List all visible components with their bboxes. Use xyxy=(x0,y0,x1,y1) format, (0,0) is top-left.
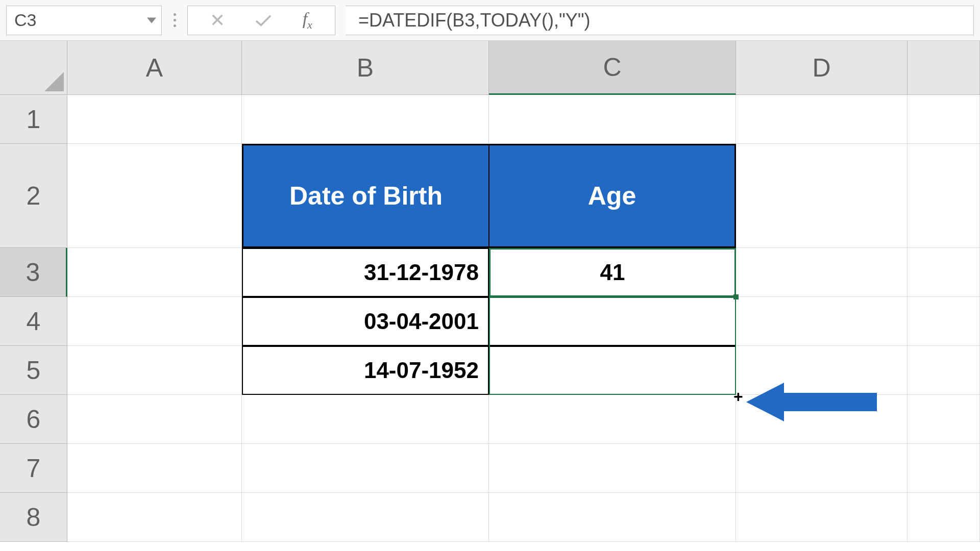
arrow-left-icon xyxy=(746,379,879,425)
cell-C8[interactable] xyxy=(489,493,736,542)
cell-A6[interactable] xyxy=(67,395,242,444)
cell-A4[interactable] xyxy=(67,297,242,346)
enter-button[interactable] xyxy=(254,8,273,33)
cell-C1[interactable] xyxy=(489,95,736,144)
formula-bar-container: C3 fx =DATEDIF(B3,TODAY(),"Y") xyxy=(0,0,980,41)
cells-area: Date of Birth Age 31-12-1978 41 03-04-20 xyxy=(67,95,980,542)
vertical-dots-icon xyxy=(174,13,176,27)
cell-B3[interactable]: 31-12-1978 xyxy=(242,248,489,297)
cell-E3[interactable] xyxy=(908,248,980,297)
grid-body: A B C D 1 2 3 4 5 6 7 8 xyxy=(0,41,980,551)
svg-marker-0 xyxy=(746,383,877,421)
formula-bar-divider xyxy=(162,13,187,27)
row-7 xyxy=(67,444,980,493)
cell-C4[interactable] xyxy=(489,297,736,346)
row-1 xyxy=(67,95,980,144)
cell-D4[interactable] xyxy=(736,297,908,346)
fill-cursor-icon: + xyxy=(733,388,743,405)
row-8 xyxy=(67,493,980,542)
row-header-5[interactable]: 5 xyxy=(0,346,67,395)
grid-area: 1 2 3 4 5 6 7 8 xyxy=(0,95,980,542)
cell-E8[interactable] xyxy=(908,493,980,542)
column-header-A[interactable]: A xyxy=(67,41,242,95)
cell-A7[interactable] xyxy=(67,444,242,493)
cell-B7[interactable] xyxy=(242,444,489,493)
name-box-dropdown-icon[interactable] xyxy=(147,17,156,23)
row-header-3[interactable]: 3 xyxy=(0,248,67,297)
column-header-B[interactable]: B xyxy=(242,41,489,95)
cell-B5[interactable]: 14-07-1952 xyxy=(242,346,489,395)
cell-D1[interactable] xyxy=(736,95,908,144)
formula-value: =DATEDIF(B3,TODAY(),"Y") xyxy=(358,10,591,31)
column-header-E[interactable] xyxy=(908,41,980,95)
cell-E4[interactable] xyxy=(908,297,980,346)
column-header-C[interactable]: C xyxy=(489,41,736,95)
row-header-6[interactable]: 6 xyxy=(0,395,67,444)
cell-D3[interactable] xyxy=(736,248,908,297)
spreadsheet-grid: A B C D 1 2 3 4 5 6 7 8 xyxy=(0,41,980,551)
cancel-button[interactable] xyxy=(210,9,225,32)
cell-B4[interactable]: 03-04-2001 xyxy=(242,297,489,346)
row-4: 03-04-2001 xyxy=(67,297,980,346)
cell-A5[interactable] xyxy=(67,346,242,395)
row-header-2[interactable]: 2 xyxy=(0,144,67,248)
column-header-D[interactable]: D xyxy=(736,41,908,95)
check-icon xyxy=(254,13,273,28)
cell-A8[interactable] xyxy=(67,493,242,542)
x-icon xyxy=(210,13,225,27)
column-headers-row: A B C D xyxy=(0,41,980,95)
fill-handle[interactable] xyxy=(733,294,739,299)
select-all-corner[interactable] xyxy=(0,41,67,95)
row-header-1[interactable]: 1 xyxy=(0,95,67,144)
row-3: 31-12-1978 41 xyxy=(67,248,980,297)
cell-A2[interactable] xyxy=(67,144,242,248)
cell-E2[interactable] xyxy=(908,144,980,248)
cell-B1[interactable] xyxy=(242,95,489,144)
cell-B6[interactable] xyxy=(242,395,489,444)
cell-D8[interactable] xyxy=(736,493,908,542)
row-header-8[interactable]: 8 xyxy=(0,493,67,542)
cell-E6[interactable] xyxy=(908,395,980,444)
row-2: Date of Birth Age xyxy=(67,144,980,248)
cell-B8[interactable] xyxy=(242,493,489,542)
cell-C7[interactable] xyxy=(489,444,736,493)
arrow-annotation xyxy=(746,379,879,428)
insert-function-button[interactable]: fx xyxy=(303,9,312,32)
cell-C2[interactable]: Age xyxy=(489,144,736,248)
name-box[interactable]: C3 xyxy=(6,6,162,35)
cell-A1[interactable] xyxy=(67,95,242,144)
row-header-7[interactable]: 7 xyxy=(0,444,67,493)
cell-E1[interactable] xyxy=(908,95,980,144)
row-headers-column: 1 2 3 4 5 6 7 8 xyxy=(0,95,67,542)
cell-D7[interactable] xyxy=(736,444,908,493)
cell-C3[interactable]: 41 xyxy=(489,248,736,297)
cell-E5[interactable] xyxy=(908,346,980,395)
row-header-4[interactable]: 4 xyxy=(0,297,67,346)
formula-input[interactable]: =DATEDIF(B3,TODAY(),"Y") xyxy=(346,6,974,35)
cell-B2[interactable]: Date of Birth xyxy=(242,144,489,248)
cell-E7[interactable] xyxy=(908,444,980,493)
cell-A3[interactable] xyxy=(67,248,242,297)
corner-triangle-icon xyxy=(44,72,64,91)
formula-buttons: fx xyxy=(187,6,335,35)
name-box-value: C3 xyxy=(14,10,36,30)
cell-C5[interactable] xyxy=(489,346,736,395)
cell-C6[interactable] xyxy=(489,395,736,444)
cell-D2[interactable] xyxy=(736,144,908,248)
